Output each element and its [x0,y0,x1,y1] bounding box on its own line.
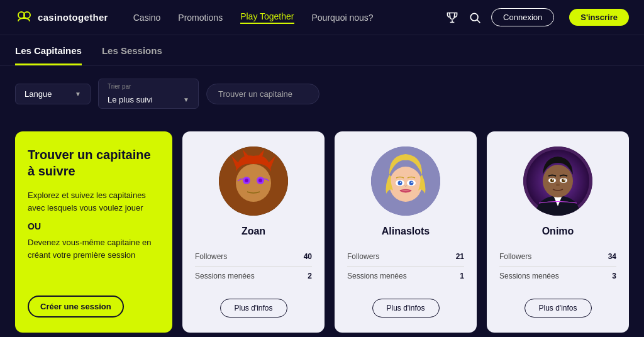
svg-point-27 [564,179,565,180]
capitaine-search[interactable]: Trouver un capitaine [206,84,319,104]
captain-card-zoan: Zoan Followers 40 Sessions menées 2 Plus… [182,131,325,333]
captain-card-alina: Alinaslots Followers 21 Sessions menées … [335,131,477,333]
cta-desc1: Explorez et suivez les capitaines avec l… [28,189,160,214]
svg-point-26 [552,179,553,180]
stat-row: Followers 21 [347,247,464,267]
nav-promotions[interactable]: Promotions [178,13,223,23]
captain-name-onimo: Onimo [542,226,574,237]
stats-zoan: Followers 40 Sessions menées 2 [195,247,312,285]
captain-name-alina: Alinaslots [382,226,430,237]
nav-pourquoi[interactable]: Pourquoi nous? [312,13,374,23]
svg-point-28 [556,184,560,186]
cta-ou: OU [28,221,160,231]
creer-session-button[interactable]: Créer une session [28,296,124,318]
cta-title: Trouver un capitaine à suivre [28,146,160,179]
sessions-value: 1 [460,272,464,280]
stat-row: Sessions menées 3 [499,267,616,285]
stats-alina: Followers 21 Sessions menées 1 [347,247,464,285]
filters-bar: Langue ▼ Trier par Le plus suivi ▼ Trouv… [0,66,644,121]
followers-label: Followers [195,252,227,261]
cta-card: Trouver un capitaine à suivre Explorez e… [15,131,172,333]
stat-row: Sessions menées 1 [347,267,464,285]
followers-value: 40 [304,252,312,261]
langue-label: Langue [25,89,52,99]
logo[interactable]: casinotogether [15,9,108,26]
followers-label: Followers [347,252,379,261]
svg-point-18 [411,182,413,183]
svg-point-16 [409,181,414,185]
svg-point-15 [398,181,402,185]
stats-onimo: Followers 34 Sessions menées 3 [499,247,616,285]
plus-infos-button-zoan[interactable]: Plus d'infos [220,299,287,318]
avatar-alina [371,146,440,216]
logo-icon [15,9,33,26]
followers-label: Followers [499,252,531,261]
svg-point-12 [389,167,422,202]
nav-play-together[interactable]: Play Together [240,11,294,24]
svg-point-21 [543,165,573,197]
captain-name-zoan: Zoan [242,226,265,237]
trier-dropdown[interactable]: Trier par Le plus suivi ▼ [98,79,199,109]
avatar-onimo [523,146,592,216]
followers-value: 34 [608,252,616,261]
stat-row: Followers 40 [195,247,312,267]
sessions-label: Sessions menées [347,272,407,280]
svg-point-25 [562,179,565,182]
search-icon[interactable] [469,11,481,24]
trier-par-label: Trier par [108,83,131,90]
stat-row: Sessions menées 2 [195,267,312,285]
svg-point-2 [470,13,478,21]
captain-card-onimo: Onimo Followers 34 Sessions menées 3 Plu… [487,131,629,333]
sessions-label: Sessions menées [195,272,255,280]
avatar-zoan [219,146,288,216]
main-grid: Trouver un capitaine à suivre Explorez e… [0,121,644,337]
connexion-button[interactable]: Connexion [491,8,554,26]
sessions-label: Sessions menées [499,272,559,280]
tabs-bar: Les Capitaines Les Sessions [0,35,644,66]
svg-point-10 [252,186,255,189]
trier-par-value: Le plus suivi [108,95,153,104]
langue-dropdown[interactable]: Langue ▼ [15,84,91,104]
trier-chevron-icon: ▼ [183,96,189,103]
svg-point-17 [400,182,401,183]
nav-casino[interactable]: Casino [133,13,161,23]
inscrire-button[interactable]: S'inscrire [569,9,629,26]
header-actions: Connexion S'inscrire [446,8,629,26]
svg-point-24 [550,179,554,182]
cta-desc2: Devenez vous-même capitaine en créant vo… [28,236,160,261]
tab-capitaines[interactable]: Les Capitaines [15,45,82,65]
logo-text: casinotogether [38,12,108,23]
svg-point-5 [236,164,271,202]
tab-sessions[interactable]: Les Sessions [102,45,162,65]
plus-infos-button-onimo[interactable]: Plus d'infos [525,299,592,318]
sessions-value: 3 [612,272,616,280]
langue-chevron-icon: ▼ [75,91,81,97]
sessions-value: 2 [308,272,312,280]
followers-value: 21 [456,252,464,261]
trophy-icon[interactable] [446,11,458,24]
svg-line-3 [477,19,480,23]
plus-infos-button-alina[interactable]: Plus d'infos [372,299,440,318]
main-nav: Casino Promotions Play Together Pourquoi… [133,11,446,24]
stat-row: Followers 34 [499,247,616,267]
